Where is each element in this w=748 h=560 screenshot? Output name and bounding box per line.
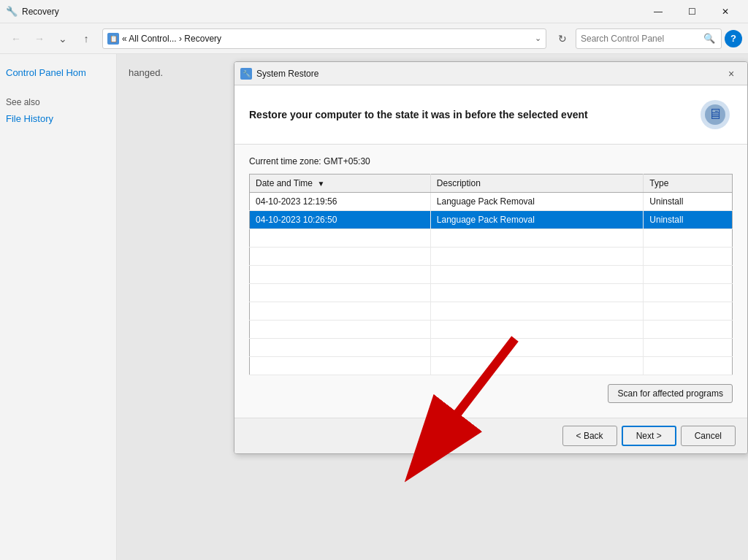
dialog-header-icon: 🖥 [698, 97, 733, 132]
svg-text:🖥: 🖥 [708, 106, 722, 122]
cell-description-1: Language Pack Removal [430, 193, 644, 211]
dialog-title: System Restore [256, 69, 721, 79]
system-restore-dialog: 🔧 System Restore × Restore your computer… [234, 61, 748, 454]
search-input[interactable] [581, 34, 699, 44]
file-history-link[interactable]: File History [6, 112, 110, 126]
sidebar: Control Panel Hom See also File History [0, 54, 117, 560]
cell-datetime-2: 04-10-2023 10:26:50 [250, 211, 431, 229]
scan-area: Scan for affected programs [249, 384, 733, 403]
address-text: « All Control... › Recovery [122, 34, 532, 44]
table-row-empty [250, 357, 733, 375]
table-row-selected[interactable]: 04-10-2023 10:26:50 Language Pack Remova… [250, 211, 733, 229]
col-type[interactable]: Type [644, 174, 733, 193]
cancel-button[interactable]: Cancel [681, 426, 736, 446]
window-controls: — ☐ ✕ [641, 0, 742, 23]
recent-locations-button[interactable]: ⌄ [53, 28, 73, 49]
timezone-text: Current time zone: GMT+05:30 [249, 156, 733, 166]
dialog-close-button[interactable]: × [721, 64, 741, 84]
address-dropdown-icon[interactable]: ⌄ [535, 34, 541, 43]
dialog-icon: 🔧 [240, 68, 252, 80]
col-datetime[interactable]: Date and Time ▼ [250, 174, 431, 193]
title-bar-text: Recovery [22, 7, 641, 17]
see-also-label: See also [6, 97, 110, 107]
main-area: Control Panel Hom See also File History … [0, 54, 748, 560]
dialog-header: Restore your computer to the state it wa… [234, 85, 747, 145]
control-panel-home-link[interactable]: Control Panel Hom [6, 66, 110, 80]
table-header: Date and Time ▼ Description Type [250, 174, 733, 193]
restore-table: Date and Time ▼ Description Type [249, 174, 733, 375]
cell-type-1: Uninstall [644, 193, 733, 211]
help-button[interactable]: ? [725, 30, 742, 47]
address-icon: 📋 [107, 33, 119, 45]
table-row-empty [250, 284, 733, 302]
search-icon[interactable]: 🔍 [702, 31, 717, 46]
sort-icon: ▼ [317, 180, 324, 188]
scan-affected-programs-button[interactable]: Scan for affected programs [608, 384, 733, 403]
dialog-body: Current time zone: GMT+05:30 Date and Ti… [234, 145, 747, 418]
close-button[interactable]: ✕ [709, 0, 742, 23]
dialog-header-title: Restore your computer to the state it wa… [249, 109, 698, 120]
table-row-empty [250, 302, 733, 321]
maximize-button[interactable]: ☐ [675, 0, 709, 23]
up-button[interactable]: ↑ [76, 28, 96, 49]
table-row[interactable]: 04-10-2023 12:19:56 Language Pack Remova… [250, 193, 733, 211]
table-row-empty [250, 266, 733, 284]
dialog-overlay: 🔧 System Restore × Restore your computer… [117, 54, 748, 560]
app-icon: 🔧 [6, 6, 18, 18]
next-button[interactable]: Next > [622, 426, 676, 446]
table-row-empty [250, 321, 733, 339]
table-row-empty [250, 248, 733, 266]
dialog-footer: < Back Next > Cancel [234, 418, 747, 453]
address-bar[interactable]: 📋 « All Control... › Recovery ⌄ [102, 28, 546, 49]
cell-datetime-1: 04-10-2023 12:19:56 [250, 193, 431, 211]
forward-button[interactable]: → [29, 28, 50, 49]
restore-icon-svg: 🖥 [699, 99, 731, 131]
back-button[interactable]: < Back [562, 426, 617, 446]
table-body: 04-10-2023 12:19:56 Language Pack Remova… [250, 193, 733, 375]
back-button[interactable]: ← [6, 28, 26, 49]
refresh-button[interactable]: ↻ [552, 28, 573, 49]
col-description[interactable]: Description [430, 174, 644, 193]
cell-type-2: Uninstall [644, 211, 733, 229]
search-bar[interactable]: 🔍 [576, 28, 722, 49]
title-bar: 🔧 Recovery — ☐ ✕ [0, 0, 748, 23]
table-row-empty [250, 339, 733, 357]
cell-description-2: Language Pack Removal [430, 211, 644, 229]
content-area: hanged. 🔧 System Restore × Restore your … [117, 54, 748, 560]
dialog-titlebar: 🔧 System Restore × [234, 62, 747, 85]
table-row-empty [250, 229, 733, 248]
minimize-button[interactable]: — [641, 0, 675, 23]
nav-bar: ← → ⌄ ↑ 📋 « All Control... › Recovery ⌄ … [0, 23, 748, 54]
